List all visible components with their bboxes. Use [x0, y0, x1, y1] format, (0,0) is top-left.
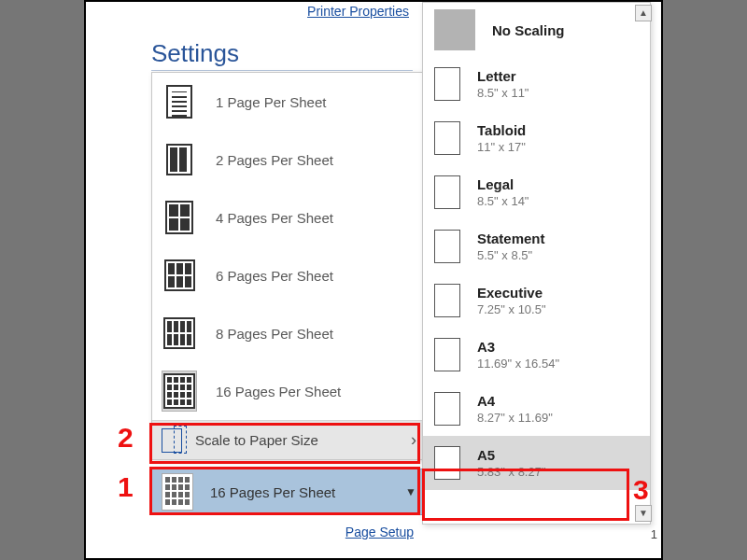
paper-item-a3[interactable]: A311.69" x 16.54": [423, 328, 650, 382]
menu-item-label: 4 Pages Per Sheet: [216, 210, 333, 226]
paper-item-executive[interactable]: Executive7.25" x 10.5": [423, 273, 650, 328]
no-scaling-icon: [434, 9, 475, 50]
paper-size-flyout: ▲ No Scaling Letter8.5" x 11" Tabloid11"…: [422, 2, 651, 525]
page-icon: [434, 67, 460, 101]
page-icon: [434, 338, 460, 371]
menu-item-8-pages[interactable]: 8 Pages Per Sheet: [152, 304, 426, 362]
menu-item-label: 8 Pages Per Sheet: [216, 326, 333, 342]
paper-name: Statement: [477, 231, 545, 246]
paper-name: A4: [477, 393, 553, 409]
paper-name: Executive: [477, 285, 546, 301]
menu-item-1-page[interactable]: 1 Page Per Sheet: [152, 73, 426, 131]
paper-item-no-scaling[interactable]: No Scaling: [423, 3, 650, 57]
page-icon: [434, 121, 460, 155]
scale-label: Scale to Paper Size: [195, 432, 318, 448]
paper-name: Letter: [477, 68, 529, 84]
sixteen-page-icon: [162, 371, 197, 412]
page-icon: [434, 446, 460, 480]
one-page-icon: [162, 81, 197, 122]
chevron-right-icon: ›: [411, 430, 416, 450]
page-icon: [434, 284, 460, 317]
page-number-indicator: 1: [651, 527, 657, 541]
paper-dim: 5.83" x 8.27": [477, 465, 546, 479]
pages-per-sheet-dropdown[interactable]: 16 Pages Per Sheet ▼: [151, 469, 427, 515]
paper-item-tabloid[interactable]: Tabloid11" x 17": [423, 111, 650, 165]
two-page-icon: [162, 139, 197, 180]
paper-name: Tabloid: [477, 122, 526, 138]
paper-dim: 7.25" x 10.5": [477, 302, 546, 316]
paper-dim: 8.5" x 11": [477, 86, 529, 100]
paper-item-statement[interactable]: Statement5.5" x 8.5": [423, 219, 650, 273]
menu-item-4-pages[interactable]: 4 Pages Per Sheet: [152, 189, 426, 246]
paper-item-legal[interactable]: Legal8.5" x 14": [423, 165, 650, 219]
menu-item-label: 6 Pages Per Sheet: [216, 268, 333, 284]
paper-dim: 11" x 17": [477, 140, 526, 154]
dropdown-label: 16 Pages Per Sheet: [210, 484, 335, 500]
scroll-up-button[interactable]: ▲: [635, 5, 652, 21]
menu-item-label: 16 Pages Per Sheet: [216, 384, 341, 399]
menu-item-6-pages[interactable]: 6 Pages Per Sheet: [152, 246, 426, 304]
page-setup-link[interactable]: Page Setup: [345, 525, 414, 539]
settings-heading: Settings: [151, 39, 413, 71]
paper-dim: 5.5" x 8.5": [477, 248, 545, 262]
paper-name: A5: [477, 447, 546, 463]
menu-item-16-pages[interactable]: 16 Pages Per Sheet: [152, 362, 426, 420]
paper-dim: 8.27" x 11.69": [477, 411, 553, 425]
printer-properties-link[interactable]: Printer Properties: [307, 4, 409, 19]
menu-item-label: 1 Page Per Sheet: [216, 94, 326, 110]
four-page-icon: [162, 197, 197, 238]
pages-per-sheet-menu: 1 Page Per Sheet 2 Pages Per Sheet 4 Pag…: [151, 72, 427, 460]
paper-item-a5[interactable]: A55.83" x 8.27": [423, 436, 650, 490]
eight-page-icon: [162, 313, 197, 354]
scroll-down-button[interactable]: ▼: [635, 505, 652, 522]
six-page-icon: [162, 255, 197, 296]
paper-dim: 11.69" x 16.54": [477, 357, 559, 371]
page-icon: [434, 175, 460, 209]
caret-down-icon: ▼: [405, 485, 416, 498]
scale-to-paper-size-item[interactable]: Scale to Paper Size ›: [152, 420, 426, 459]
paper-item-letter[interactable]: Letter8.5" x 11": [423, 57, 650, 111]
menu-item-label: 2 Pages Per Sheet: [216, 152, 333, 168]
paper-name: A3: [477, 339, 559, 355]
paper-name: Legal: [477, 176, 529, 192]
paper-item-a4[interactable]: A48.27" x 11.69": [423, 382, 650, 436]
paper-dim: 8.5" x 14": [477, 194, 529, 208]
page-icon: [434, 392, 460, 426]
menu-item-2-pages[interactable]: 2 Pages Per Sheet: [152, 131, 426, 189]
sixteen-page-icon: [162, 473, 193, 511]
print-settings-pane: Printer Properties Settings 1 Page Per S…: [84, 0, 663, 560]
scale-icon: [162, 428, 182, 453]
paper-name: No Scaling: [492, 22, 565, 38]
page-icon: [434, 230, 460, 263]
